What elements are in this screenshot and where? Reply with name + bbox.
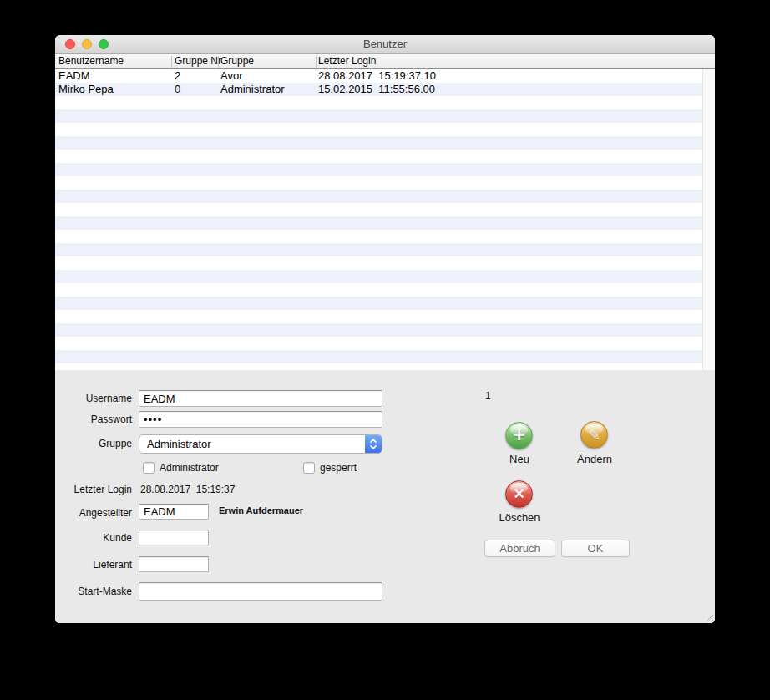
column-divider[interactable] [218, 56, 219, 68]
ok-button[interactable]: OK [561, 540, 630, 557]
table-row[interactable]: EADM2Avor28.08.2017 15:19:37.10 [55, 69, 702, 83]
gruppe-selected-value: Administrator [147, 435, 211, 453]
column-header-benutzername[interactable]: Benutzername [58, 54, 124, 68]
start-maske-label: Start-Maske [55, 586, 132, 598]
table-row[interactable] [55, 230, 702, 243]
gesperrt-checkbox-label: gesperrt [320, 462, 357, 474]
table-row[interactable] [55, 136, 702, 150]
kunde-label: Kunde [55, 532, 132, 545]
titlebar[interactable]: Benutzer [55, 35, 715, 54]
table-row[interactable] [55, 256, 702, 270]
passwort-label: Passwort [55, 413, 132, 426]
plus-icon: + [513, 424, 525, 445]
screen-background: { "window": { "title": "Benutzer" }, "ta… [0, 0, 770, 700]
table-row[interactable] [55, 243, 702, 256]
table-cell: EADM [58, 69, 90, 83]
table-cell: Avor [220, 69, 243, 83]
abbruch-button[interactable]: Abbruch [484, 540, 555, 557]
table-row[interactable] [55, 270, 702, 283]
passwort-input[interactable] [139, 411, 382, 428]
table-cell: Administrator [220, 83, 285, 96]
table-row[interactable] [55, 123, 702, 136]
column-divider[interactable] [316, 56, 317, 68]
table-row[interactable] [55, 176, 702, 190]
angestellter-label: Angestellter [55, 507, 132, 520]
table-row[interactable] [55, 216, 702, 230]
table-row[interactable] [55, 203, 702, 216]
aendern-button[interactable]: ✎ [580, 421, 608, 449]
letzter-login-value: 28.08.2017 15:19:37 [140, 484, 235, 495]
neu-button-label: Neu [486, 453, 553, 465]
table-cell: 2 [175, 69, 180, 83]
user-table: EADM2Avor28.08.2017 15:19:37.10Mirko Pep… [55, 69, 715, 370]
table-row[interactable] [55, 297, 702, 310]
column-header-gruppe-nr[interactable]: Gruppe Nr [175, 54, 221, 68]
benutzer-window: Benutzer Benutzername Gruppe Nr Gruppe L… [55, 35, 715, 623]
gesperrt-checkbox[interactable] [303, 462, 315, 474]
popup-stepper-icon [365, 435, 382, 453]
table-cell: 0 [175, 83, 180, 96]
column-header-letzter-login[interactable]: Letzter Login [318, 54, 376, 68]
table-row[interactable] [55, 150, 702, 163]
pencil-icon: ✎ [588, 426, 600, 444]
table-row[interactable] [55, 310, 702, 323]
table-cell: 28.08.2017 15:19:37.10 [318, 69, 436, 83]
table-row[interactable] [55, 190, 702, 203]
loeschen-button[interactable]: ✕ [505, 480, 533, 508]
table-row[interactable] [55, 323, 702, 337]
resize-grip-icon[interactable] [703, 611, 713, 621]
column-divider[interactable] [171, 56, 172, 68]
table-cell: 15.02.2015 11:55:56.00 [318, 83, 435, 96]
neu-button[interactable]: + [505, 422, 533, 449]
angestellter-fullname: Erwin Aufdermauer [219, 505, 303, 515]
column-header-gruppe[interactable]: Gruppe [220, 54, 254, 68]
username-label: Username [55, 393, 132, 405]
table-header: Benutzername Gruppe Nr Gruppe Letzter Lo… [55, 54, 715, 69]
detail-form-panel: Username Passwort Gruppe Administrator A… [55, 370, 715, 623]
record-count: 1 [485, 390, 491, 402]
administrator-checkbox[interactable] [143, 462, 155, 474]
aendern-button-label: Ändern [561, 453, 628, 465]
table-cell: Mirko Pepa [58, 83, 114, 96]
table-row[interactable] [55, 337, 702, 350]
vertical-scrollbar[interactable] [702, 69, 715, 370]
x-icon: ✕ [513, 485, 524, 503]
kunde-input[interactable] [139, 530, 209, 545]
loeschen-button-label: Löschen [486, 511, 553, 524]
table-row[interactable] [55, 96, 702, 109]
window-title: Benutzer [55, 35, 715, 53]
gruppe-label: Gruppe [55, 438, 132, 450]
lieferant-input[interactable] [139, 556, 209, 572]
table-row[interactable] [55, 350, 702, 363]
administrator-checkbox-label: Administrator [160, 462, 219, 474]
table-row[interactable] [55, 163, 702, 176]
table-row[interactable] [55, 109, 702, 123]
start-maske-input[interactable] [139, 582, 382, 601]
angestellter-input[interactable] [139, 504, 209, 520]
letzter-login-label: Letzter Login [55, 484, 132, 496]
table-rows: EADM2Avor28.08.2017 15:19:37.10Mirko Pep… [55, 69, 702, 363]
username-input[interactable] [139, 390, 382, 407]
lieferant-label: Lieferant [55, 559, 132, 571]
gruppe-select[interactable]: Administrator [139, 434, 382, 454]
table-row[interactable] [55, 283, 702, 297]
table-row[interactable]: Mirko Pepa0Administrator15.02.2015 11:55… [55, 83, 702, 96]
